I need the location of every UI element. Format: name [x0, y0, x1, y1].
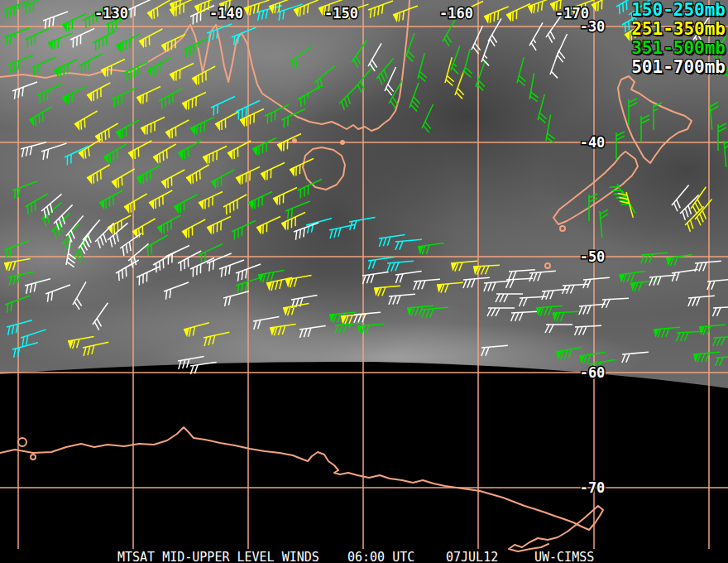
barb-staff	[25, 279, 50, 286]
barb-full	[381, 287, 386, 296]
barb-staff	[8, 55, 33, 65]
wind-barb	[473, 265, 500, 275]
barb-full	[545, 291, 550, 299]
wind-barb	[556, 34, 575, 62]
barb-staff	[368, 257, 395, 261]
wind-barb	[228, 141, 255, 161]
barb-staff	[211, 96, 235, 108]
barb-staff	[5, 296, 30, 305]
grid-label-latitude: -70	[580, 479, 606, 496]
wind-barb	[240, 108, 267, 128]
barb-full	[508, 272, 513, 280]
grid-label-longitude: -150	[324, 5, 358, 22]
wind-barb	[418, 243, 445, 255]
barb-staff	[553, 311, 579, 313]
barb-full	[644, 254, 649, 262]
barb-staff	[157, 215, 180, 228]
barb-staff	[164, 282, 189, 291]
wind-barb	[528, 0, 555, 14]
barb-full	[299, 329, 304, 338]
wind-barb	[348, 217, 376, 230]
barb-staff	[25, 28, 49, 40]
barb-staff	[600, 211, 602, 238]
wind-barb	[712, 336, 728, 346]
barb-full	[471, 279, 476, 287]
barb-full	[487, 308, 491, 316]
barb-full	[711, 281, 716, 289]
barb-full	[515, 313, 520, 321]
barb-full	[548, 306, 553, 315]
barb-staff	[506, 278, 533, 280]
barb-staff	[298, 86, 321, 99]
barb-staff	[182, 219, 205, 232]
barb-staff	[73, 282, 86, 305]
barb-staff	[354, 312, 381, 315]
wind-barb	[289, 47, 316, 70]
barb-full	[582, 326, 587, 334]
wind-barb	[407, 306, 434, 316]
wind-barb	[161, 170, 189, 190]
barb-full	[545, 325, 549, 333]
wind-barb	[578, 304, 606, 315]
barb-full	[421, 310, 426, 318]
barb-full	[7, 277, 13, 286]
barb-staff	[395, 272, 422, 275]
barb-full	[342, 325, 347, 333]
barb-full	[86, 346, 92, 355]
wind-barb	[62, 86, 89, 105]
wind-barb	[314, 65, 340, 89]
wind-barb	[710, 102, 721, 130]
wind-barb	[182, 92, 209, 111]
barb-full	[529, 273, 534, 282]
barb-staff	[74, 235, 89, 257]
wind-barb	[111, 88, 139, 107]
barb-staff	[43, 12, 68, 21]
wind-barb	[541, 289, 569, 300]
wind-barb	[87, 165, 114, 185]
weather-map: -130-140-150-160-170-30-40-50-60-70 150-…	[0, 0, 728, 563]
barb-full	[629, 99, 637, 103]
wind-barb	[144, 235, 172, 256]
barb-full	[256, 12, 261, 21]
barb-full	[692, 297, 697, 306]
barb-full	[266, 273, 271, 282]
barb-staff	[473, 265, 500, 267]
barb-full	[574, 327, 579, 335]
caption-credit: UW-CIMSS	[534, 550, 594, 563]
barb-staff	[8, 272, 34, 277]
wind-barb	[184, 323, 211, 338]
wind-barb	[629, 99, 637, 126]
barb-staff	[422, 307, 448, 310]
wind-barb	[510, 311, 538, 321]
barb-full	[621, 354, 626, 363]
barb-full	[606, 300, 611, 308]
coastline-tasmania	[303, 147, 345, 190]
barb-full	[500, 294, 504, 302]
barb-full	[589, 194, 597, 198]
wind-barb	[94, 223, 119, 248]
barb-full	[367, 260, 372, 269]
wind-barb	[132, 219, 160, 239]
barb-staff	[128, 243, 149, 261]
barb-full	[716, 308, 721, 316]
barb-full	[348, 315, 353, 324]
wind-barb	[223, 291, 251, 306]
barb-staff	[677, 331, 703, 333]
grid-label-latitude: -60	[580, 364, 606, 381]
barb-full	[533, 272, 538, 281]
barb-staff	[79, 54, 102, 66]
barb-staff	[165, 245, 189, 257]
wind-barb	[367, 1, 395, 18]
barb-full	[444, 284, 449, 292]
wind-barb	[481, 345, 509, 356]
barb-full	[675, 272, 680, 282]
barb-full	[649, 254, 654, 262]
barb-full	[337, 228, 342, 237]
wind-barb	[48, 33, 75, 51]
pressure-level-legend: 150-250mb251-350mb351-500mb501-700mb	[631, 1, 726, 77]
grid-label-latitude: -50	[580, 248, 606, 265]
barb-full	[587, 354, 592, 363]
wind-barb	[64, 146, 92, 165]
wind-barb	[31, 57, 59, 76]
barb-full	[366, 275, 371, 284]
